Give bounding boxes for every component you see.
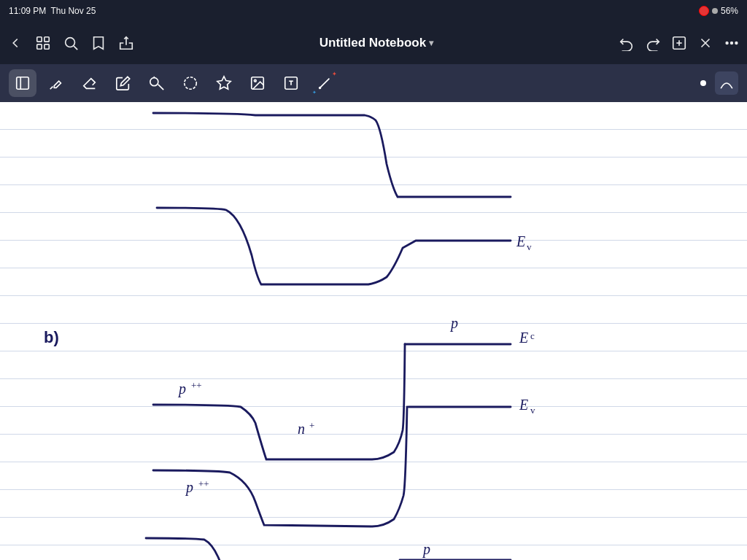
drawing-canvas[interactable]: E v b) p E c p ++ n + E v c) p ++ bbox=[0, 102, 747, 560]
svg-text:++: ++ bbox=[198, 478, 209, 489]
dot-indicator bbox=[700, 80, 706, 86]
bookmark-button[interactable] bbox=[90, 35, 107, 51]
new-page-button[interactable] bbox=[671, 35, 687, 51]
redo-button[interactable] bbox=[645, 35, 661, 51]
svg-rect-14 bbox=[17, 77, 29, 90]
notebook-title-button[interactable]: Untitled Notebook ▾ bbox=[320, 36, 433, 50]
svg-line-27 bbox=[320, 79, 330, 88]
image-tool[interactable] bbox=[244, 69, 271, 97]
circle-selection-tool[interactable] bbox=[177, 69, 204, 97]
svg-point-12 bbox=[731, 42, 733, 44]
drawing-toolbar: ✦ ✦ bbox=[0, 64, 747, 102]
time-display: 11:09 PM bbox=[9, 6, 46, 16]
svg-point-11 bbox=[726, 42, 728, 44]
pages-button[interactable] bbox=[35, 35, 51, 51]
notebook-title: Untitled Notebook bbox=[320, 36, 426, 50]
svg-marker-21 bbox=[217, 77, 231, 89]
wifi-icon bbox=[712, 8, 718, 14]
date-display: Thu Nov 25 bbox=[50, 6, 96, 16]
battery-indicator: 56% bbox=[699, 6, 738, 16]
svg-text:b): b) bbox=[44, 328, 59, 346]
svg-line-16 bbox=[50, 87, 53, 90]
notebook-content: E v b) p E c p ++ n + E v c) p ++ bbox=[0, 102, 747, 560]
svg-text:+: + bbox=[309, 420, 314, 431]
lasso-tool[interactable] bbox=[143, 69, 171, 97]
close-button[interactable] bbox=[697, 35, 713, 51]
favorites-tool[interactable] bbox=[210, 69, 238, 97]
svg-text:p: p bbox=[422, 541, 430, 558]
svg-text:E: E bbox=[519, 330, 528, 346]
svg-point-23 bbox=[254, 79, 256, 82]
text-tool[interactable] bbox=[277, 69, 305, 97]
svg-text:E: E bbox=[519, 397, 528, 413]
main-toolbar: Untitled Notebook ▾ bbox=[0, 22, 747, 64]
pen-tip-selector[interactable] bbox=[715, 71, 738, 95]
svg-point-13 bbox=[735, 42, 738, 44]
title-chevron: ▾ bbox=[429, 38, 433, 48]
status-bar: 11:09 PM Thu Nov 25 56% bbox=[0, 0, 747, 22]
share-button[interactable] bbox=[118, 35, 134, 51]
record-icon bbox=[699, 6, 709, 16]
svg-text:v: v bbox=[527, 241, 532, 252]
svg-rect-1 bbox=[44, 37, 49, 42]
eraser-tool[interactable] bbox=[76, 69, 104, 97]
svg-point-17 bbox=[150, 78, 158, 86]
highlighter-tool[interactable] bbox=[109, 69, 137, 97]
svg-text:c: c bbox=[530, 330, 535, 341]
svg-point-20 bbox=[185, 77, 197, 90]
svg-rect-2 bbox=[37, 44, 42, 49]
svg-text:p: p bbox=[449, 315, 458, 332]
back-button[interactable] bbox=[7, 35, 23, 51]
svg-point-28 bbox=[320, 88, 321, 89]
search-button[interactable] bbox=[63, 35, 79, 51]
svg-text:E: E bbox=[516, 233, 525, 249]
svg-text:p: p bbox=[177, 381, 186, 397]
sidebar-toggle[interactable] bbox=[9, 69, 36, 97]
battery-text: 56% bbox=[721, 6, 738, 16]
svg-text:v: v bbox=[530, 405, 535, 416]
svg-text:p: p bbox=[185, 479, 193, 496]
svg-text:n: n bbox=[298, 421, 305, 437]
more-button[interactable] bbox=[724, 35, 740, 51]
svg-rect-0 bbox=[37, 37, 42, 42]
svg-line-18 bbox=[158, 85, 163, 90]
pen-tool[interactable] bbox=[42, 69, 70, 97]
svg-rect-3 bbox=[44, 44, 49, 49]
svg-line-5 bbox=[74, 46, 77, 50]
svg-text:++: ++ bbox=[191, 380, 202, 391]
undo-button[interactable] bbox=[619, 35, 635, 51]
svg-point-4 bbox=[66, 38, 75, 47]
magic-tool[interactable]: ✦ ✦ bbox=[311, 69, 338, 97]
